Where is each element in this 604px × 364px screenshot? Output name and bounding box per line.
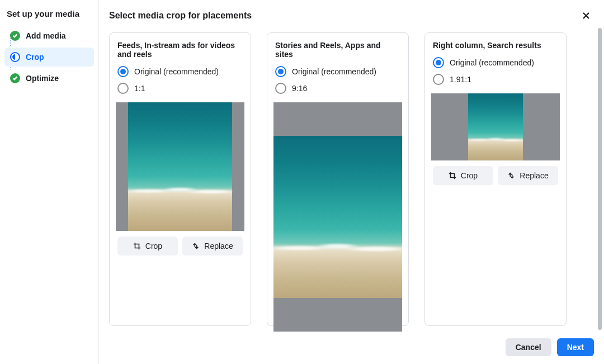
step-crop[interactable]: Crop <box>4 48 94 67</box>
media-preview <box>431 93 560 160</box>
radio-label: 9:16 <box>292 84 307 93</box>
step-label: Optimize <box>26 74 59 83</box>
button-label: Crop <box>461 171 478 180</box>
card-title: Right column, Search results <box>433 41 558 50</box>
sidebar: Set up your media Add media Crop Optimiz… <box>0 0 99 364</box>
main-panel: Select media crop for placements Feeds, … <box>99 0 604 364</box>
app-root: Set up your media Add media Crop Optimiz… <box>0 0 604 364</box>
beach-image <box>273 136 402 298</box>
placement-card-stories: Stories and Reels, Apps and sites Origin… <box>267 32 409 326</box>
check-icon <box>10 73 20 83</box>
footer: Cancel Next <box>99 333 604 364</box>
radio-original[interactable]: Original (recommended) <box>275 63 400 80</box>
card-actions: Crop Replace <box>117 237 243 256</box>
card-title: Stories and Reels, Apps and sites <box>275 41 400 59</box>
radio-label: 1:1 <box>134 84 145 93</box>
radio-label: Original (recommended) <box>450 58 534 67</box>
sidebar-title: Set up your media <box>7 9 92 18</box>
radio-label: 1.91:1 <box>450 75 471 84</box>
next-button[interactable]: Next <box>557 338 594 356</box>
radio-original[interactable]: Original (recommended) <box>433 54 558 71</box>
replace-button[interactable]: Replace <box>182 237 243 256</box>
step-label: Add media <box>26 31 66 40</box>
header: Select media crop for placements <box>99 0 604 29</box>
placement-card-feeds: Feeds, In-stream ads for videos and reel… <box>109 32 251 326</box>
beach-image <box>128 102 232 231</box>
close-icon <box>582 11 591 20</box>
radio-label: Original (recommended) <box>292 67 376 76</box>
radio-icon <box>433 74 444 85</box>
radio-icon <box>433 57 444 68</box>
content-area: Feeds, In-stream ads for videos and reel… <box>99 29 604 333</box>
replace-button[interactable]: Replace <box>498 166 558 185</box>
step-label: Crop <box>26 53 44 62</box>
radio-9-16[interactable]: 9:16 <box>275 80 400 97</box>
radio-original[interactable]: Original (recommended) <box>117 63 243 80</box>
card-title: Feeds, In-stream ads for videos and reel… <box>117 41 243 59</box>
crop-button[interactable]: Crop <box>117 237 178 256</box>
button-label: Replace <box>204 242 233 250</box>
button-label: Replace <box>520 171 548 180</box>
crop-button[interactable]: Crop <box>433 166 493 185</box>
page-title: Select media crop for placements <box>109 11 252 21</box>
half-circle-icon <box>10 52 20 62</box>
scrollbar-thumb[interactable] <box>598 28 602 330</box>
placement-card-right-column: Right column, Search results Original (r… <box>424 32 567 326</box>
replace-icon <box>507 172 515 179</box>
check-icon <box>10 31 20 41</box>
radio-icon <box>275 66 286 77</box>
media-preview <box>273 102 402 332</box>
radio-icon <box>117 83 129 94</box>
radio-1-1[interactable]: 1:1 <box>117 80 243 97</box>
step-optimize[interactable]: Optimize <box>4 69 94 88</box>
close-button[interactable] <box>578 8 594 23</box>
radio-label: Original (recommended) <box>134 67 219 76</box>
replace-icon <box>192 242 200 250</box>
step-add-media[interactable]: Add media <box>4 26 94 45</box>
radio-1-91-1[interactable]: 1.91:1 <box>433 71 558 88</box>
crop-icon <box>133 242 141 250</box>
beach-image <box>468 93 523 160</box>
cancel-button[interactable]: Cancel <box>506 338 551 356</box>
card-actions: Crop Replace <box>433 166 558 185</box>
radio-icon <box>275 83 286 94</box>
crop-icon <box>449 172 456 179</box>
media-preview <box>116 102 244 231</box>
button-label: Crop <box>145 242 162 250</box>
radio-icon <box>117 66 129 77</box>
